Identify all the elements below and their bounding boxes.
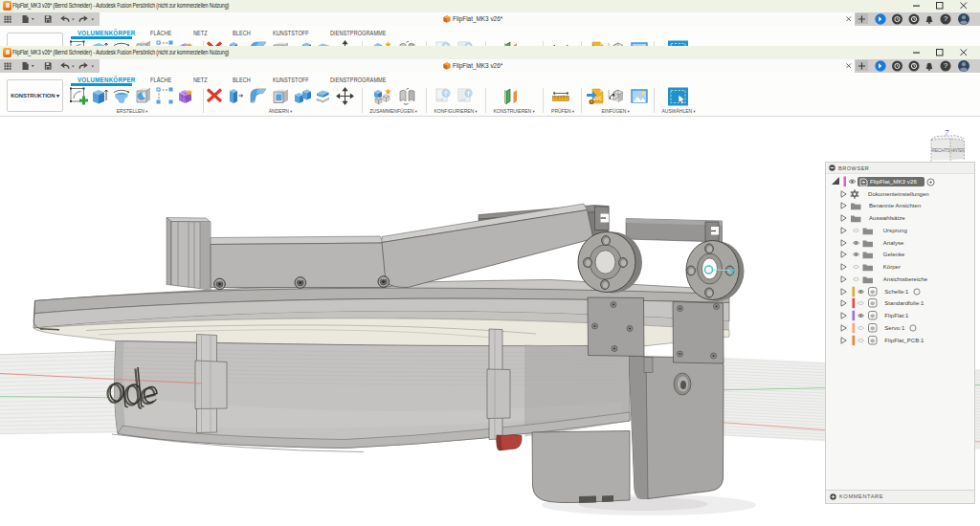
svg-text:SVG: SVG <box>593 97 603 101</box>
svg-text:?: ? <box>944 14 947 23</box>
svg-text:RECHTS: RECHTS <box>931 147 950 153</box>
svg-text:?: ? <box>944 61 947 70</box>
svg-text:HINTEN: HINTEN <box>951 148 965 153</box>
